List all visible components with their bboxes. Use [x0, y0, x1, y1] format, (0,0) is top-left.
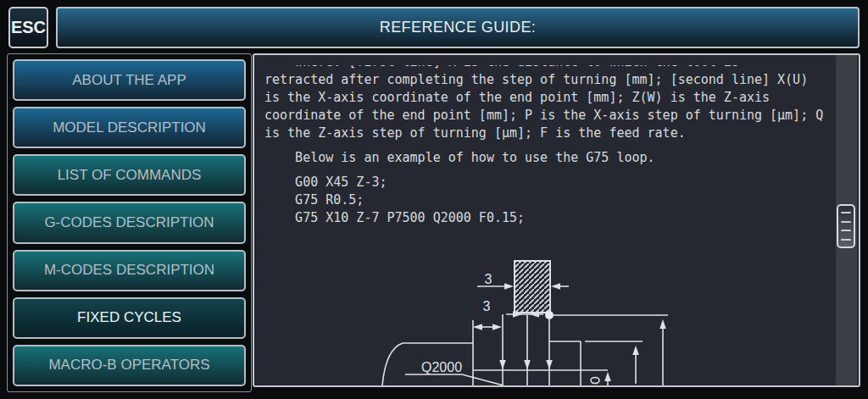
scrollbar-track[interactable] [836, 55, 857, 385]
arrow-up-icon [604, 372, 611, 381]
q2000-label: Q2000 [421, 360, 462, 374]
arrow-up-icon [659, 319, 666, 329]
arrow-down-icon [499, 360, 506, 369]
guide-text-line: is the Z-axis step of turning [μm]; F is… [264, 125, 833, 142]
scrollbar-grip-line [841, 212, 851, 213]
page-title-label: REFERENCE GUIDE: [380, 19, 536, 36]
sidebar-item-g-codes-description[interactable]: G-CODES DESCRIPTION [13, 202, 246, 243]
scrollbar-grip-line [841, 239, 851, 241]
guide-text-line: Below is an example of how to use the G7… [264, 149, 833, 167]
dim-label-step: 3 [483, 299, 491, 313]
guide-text-line: G00 X45 Z-3; [264, 174, 833, 191]
arrow-up-icon [632, 346, 639, 355]
guide-text: where: [first line] R is the distance to… [254, 65, 833, 227]
esc-button[interactable]: ESC [8, 7, 48, 48]
zero-mark [591, 378, 599, 384]
guide-text-line: G75 R0.5; [264, 191, 833, 209]
sidebar-item-fixed-cycles[interactable]: FIXED CYCLES [13, 297, 246, 339]
guide-text-line: where: [first line] R is the distance to… [264, 65, 833, 71]
arrow-right-icon [492, 324, 502, 330]
sidebar-item-about-the-app[interactable]: ABOUT THE APP [13, 59, 246, 101]
arrow-left-icon [473, 324, 482, 330]
start-point-marker [545, 311, 554, 319]
reference-guide-screen: ESC REFERENCE GUIDE: ABOUT THE APPMODEL … [0, 0, 868, 399]
workpiece-arc [382, 343, 403, 385]
arrow-left-icon [530, 311, 539, 318]
guide-text-viewport: where: [first line] R is the distance to… [254, 65, 833, 287]
page-title: REFERENCE GUIDE: [56, 7, 860, 48]
guide-text-line: retracted after completing the step of t… [264, 71, 833, 89]
scrollbar-grip-line [841, 221, 851, 223]
scrollbar-thumb[interactable] [837, 204, 855, 248]
arrow-down-icon [546, 360, 553, 369]
content-panel: where: [first line] R is the distance to… [253, 53, 860, 387]
guide-text-line: is the X-axis coordinate of the end poin… [264, 89, 833, 107]
guide-text-line: coordinate of the end point [mm]; P is t… [264, 107, 833, 125]
sidebar-item-list-of-commands[interactable]: LIST OF COMMANDS [13, 154, 246, 196]
sidebar-item-m-codes-description[interactable]: M-CODES DESCRIPTION [13, 250, 246, 291]
sidebar: ABOUT THE APPMODEL DESCRIPTIONLIST OF CO… [7, 53, 252, 392]
scrollbar-grip-line [841, 230, 851, 231]
guide-text-line: G75 X10 Z-7 P7500 Q2000 F0.15; [264, 209, 833, 227]
arrow-right-icon [513, 311, 522, 318]
sidebar-item-model-description[interactable]: MODEL DESCRIPTION [13, 107, 246, 148]
sidebar-item-macro-b-operators[interactable]: MACRO-B OPERATORS [13, 345, 246, 386]
diagram-labels: 3 3 Q2000 [421, 272, 492, 374]
top-bar: ESC REFERENCE GUIDE: [8, 7, 860, 48]
arrow-down-icon [524, 360, 531, 369]
